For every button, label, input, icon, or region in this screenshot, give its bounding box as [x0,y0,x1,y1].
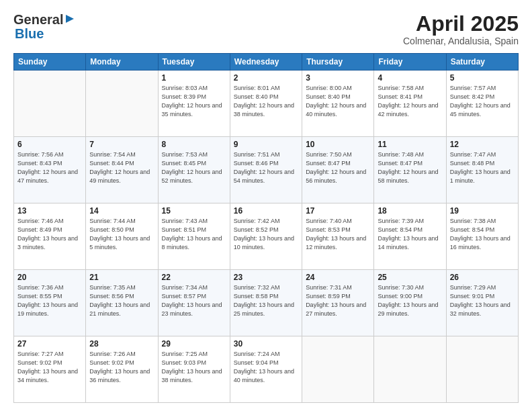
day-number: 18 [378,206,442,216]
day-number: 17 [306,206,370,216]
calendar-week-row: 6Sunrise: 7:56 AM Sunset: 8:43 PM Daylig… [14,137,519,203]
page: General Blue April 2025 Colmenar, Andalu… [0,0,532,411]
day-number: 28 [89,339,154,349]
day-number: 23 [234,273,298,282]
day-number: 3 [306,73,370,83]
day-number: 21 [89,273,154,282]
header-tuesday: Tuesday [158,54,230,71]
calendar-week-row: 27Sunrise: 7:27 AM Sunset: 9:02 PM Dayli… [14,336,519,403]
day-info: Sunrise: 7:38 AM Sunset: 8:54 PM Dayligh… [450,217,515,252]
table-row: 23Sunrise: 7:32 AM Sunset: 8:58 PM Dayli… [230,270,302,336]
day-info: Sunrise: 7:54 AM Sunset: 8:44 PM Dayligh… [89,150,154,185]
day-info: Sunrise: 7:40 AM Sunset: 8:53 PM Dayligh… [306,217,370,252]
calendar-week-row: 20Sunrise: 7:36 AM Sunset: 8:55 PM Dayli… [14,270,519,336]
header: General Blue April 2025 Colmenar, Andalu… [13,12,519,46]
table-row: 18Sunrise: 7:39 AM Sunset: 8:54 PM Dayli… [374,203,446,270]
day-number: 26 [450,273,515,282]
table-row: 13Sunrise: 7:46 AM Sunset: 8:49 PM Dayli… [14,203,86,270]
table-row [14,71,86,137]
day-info: Sunrise: 7:51 AM Sunset: 8:46 PM Dayligh… [234,150,298,185]
logo-arrow-icon [64,13,75,24]
header-sunday: Sunday [14,54,86,71]
day-number: 9 [234,140,298,149]
table-row: 26Sunrise: 7:29 AM Sunset: 9:01 PM Dayli… [446,270,518,336]
day-number: 20 [17,273,82,282]
day-number: 13 [17,206,82,216]
svg-marker-0 [66,15,74,23]
day-number: 7 [89,140,154,149]
day-info: Sunrise: 7:50 AM Sunset: 8:47 PM Dayligh… [306,150,370,185]
day-number: 27 [17,339,82,349]
table-row: 28Sunrise: 7:26 AM Sunset: 9:02 PM Dayli… [86,336,158,403]
day-info: Sunrise: 7:42 AM Sunset: 8:52 PM Dayligh… [234,217,298,252]
day-info: Sunrise: 7:57 AM Sunset: 8:42 PM Dayligh… [450,84,515,119]
table-row: 6Sunrise: 7:56 AM Sunset: 8:43 PM Daylig… [14,137,86,203]
table-row: 20Sunrise: 7:36 AM Sunset: 8:55 PM Dayli… [14,270,86,336]
day-info: Sunrise: 7:58 AM Sunset: 8:41 PM Dayligh… [378,84,442,119]
day-info: Sunrise: 7:36 AM Sunset: 8:55 PM Dayligh… [17,283,82,318]
table-row: 14Sunrise: 7:44 AM Sunset: 8:50 PM Dayli… [86,203,158,270]
day-info: Sunrise: 7:46 AM Sunset: 8:49 PM Dayligh… [17,217,82,252]
table-row: 11Sunrise: 7:48 AM Sunset: 8:47 PM Dayli… [374,137,446,203]
day-info: Sunrise: 7:35 AM Sunset: 8:56 PM Dayligh… [89,283,154,318]
day-number: 25 [378,273,442,282]
table-row: 12Sunrise: 7:47 AM Sunset: 8:48 PM Dayli… [446,137,518,203]
table-row: 9Sunrise: 7:51 AM Sunset: 8:46 PM Daylig… [230,137,302,203]
table-row: 22Sunrise: 7:34 AM Sunset: 8:57 PM Dayli… [158,270,230,336]
table-row: 24Sunrise: 7:31 AM Sunset: 8:59 PM Dayli… [302,270,374,336]
day-info: Sunrise: 7:27 AM Sunset: 9:02 PM Dayligh… [17,350,82,385]
table-row: 7Sunrise: 7:54 AM Sunset: 8:44 PM Daylig… [86,137,158,203]
table-row: 15Sunrise: 7:43 AM Sunset: 8:51 PM Dayli… [158,203,230,270]
day-number: 19 [450,206,515,216]
table-row: 10Sunrise: 7:50 AM Sunset: 8:47 PM Dayli… [302,137,374,203]
day-number: 8 [162,140,226,149]
table-row [446,336,518,403]
day-number: 30 [234,339,298,349]
calendar-header-row: Sunday Monday Tuesday Wednesday Thursday… [14,54,519,71]
day-number: 14 [89,206,154,216]
header-friday: Friday [374,54,446,71]
day-info: Sunrise: 7:48 AM Sunset: 8:47 PM Dayligh… [378,150,442,185]
day-number: 16 [234,206,298,216]
calendar-week-row: 1Sunrise: 8:03 AM Sunset: 8:39 PM Daylig… [14,71,519,137]
table-row [302,336,374,403]
table-row [86,71,158,137]
title-section: April 2025 Colmenar, Andalusia, Spain [403,12,519,46]
day-info: Sunrise: 7:34 AM Sunset: 8:57 PM Dayligh… [162,283,226,318]
day-info: Sunrise: 7:47 AM Sunset: 8:48 PM Dayligh… [450,150,515,185]
logo-text: General [13,12,75,28]
day-number: 11 [378,140,442,149]
table-row: 17Sunrise: 7:40 AM Sunset: 8:53 PM Dayli… [302,203,374,270]
day-number: 5 [450,73,515,83]
day-info: Sunrise: 7:29 AM Sunset: 9:01 PM Dayligh… [450,283,515,318]
table-row [374,336,446,403]
day-number: 2 [234,73,298,83]
day-info: Sunrise: 7:32 AM Sunset: 8:58 PM Dayligh… [234,283,298,318]
calendar-table: Sunday Monday Tuesday Wednesday Thursday… [13,53,519,403]
day-number: 10 [306,140,370,149]
logo: General Blue [13,12,75,42]
day-info: Sunrise: 7:39 AM Sunset: 8:54 PM Dayligh… [378,217,442,252]
day-info: Sunrise: 7:26 AM Sunset: 9:02 PM Dayligh… [89,350,154,385]
table-row: 21Sunrise: 7:35 AM Sunset: 8:56 PM Dayli… [86,270,158,336]
day-info: Sunrise: 7:43 AM Sunset: 8:51 PM Dayligh… [162,217,226,252]
header-monday: Monday [86,54,158,71]
table-row: 4Sunrise: 7:58 AM Sunset: 8:41 PM Daylig… [374,71,446,137]
day-info: Sunrise: 7:30 AM Sunset: 9:00 PM Dayligh… [378,283,442,318]
day-number: 12 [450,140,515,149]
table-row: 3Sunrise: 8:00 AM Sunset: 8:40 PM Daylig… [302,71,374,137]
table-row: 8Sunrise: 7:53 AM Sunset: 8:45 PM Daylig… [158,137,230,203]
table-row: 25Sunrise: 7:30 AM Sunset: 9:00 PM Dayli… [374,270,446,336]
table-row: 5Sunrise: 7:57 AM Sunset: 8:42 PM Daylig… [446,71,518,137]
day-info: Sunrise: 7:56 AM Sunset: 8:43 PM Dayligh… [17,150,82,185]
logo-general: General [13,12,63,28]
table-row: 29Sunrise: 7:25 AM Sunset: 9:03 PM Dayli… [158,336,230,403]
day-info: Sunrise: 8:03 AM Sunset: 8:39 PM Dayligh… [162,84,226,119]
day-info: Sunrise: 7:44 AM Sunset: 8:50 PM Dayligh… [89,217,154,252]
day-info: Sunrise: 8:00 AM Sunset: 8:40 PM Dayligh… [306,84,370,119]
day-info: Sunrise: 7:24 AM Sunset: 9:04 PM Dayligh… [234,350,298,385]
day-number: 24 [306,273,370,282]
table-row: 1Sunrise: 8:03 AM Sunset: 8:39 PM Daylig… [158,71,230,137]
header-saturday: Saturday [446,54,518,71]
day-number: 6 [17,140,82,149]
